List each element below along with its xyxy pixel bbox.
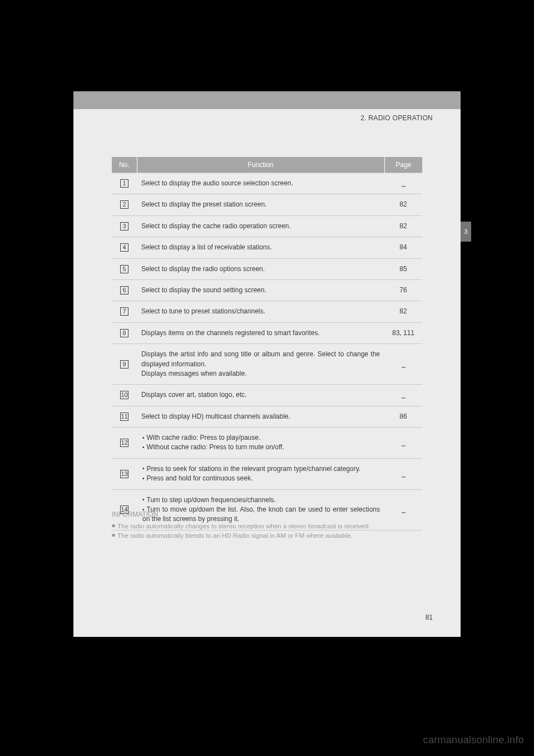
cell-no: 5	[112, 258, 137, 279]
function-text: Displays messages when available.	[141, 369, 380, 379]
table-row: 13Press to seek for stations in the rele…	[112, 458, 422, 489]
list-item: Without cache radio: Press to turn mute …	[142, 443, 380, 452]
list-item: The radio automatically blends to an HD …	[112, 531, 422, 541]
grey-header-band	[73, 91, 461, 109]
cell-function: Select to tune to preset stations/channe…	[137, 301, 384, 322]
boxed-number-icon: 7	[120, 307, 128, 316]
cell-no: 9	[112, 344, 137, 385]
information-box: INFORMATION The radio automatically chan…	[112, 510, 422, 541]
list-item: Turn to step up/down frequencies/channel…	[142, 495, 380, 505]
cell-function: Select to display HD) multicast channels…	[137, 406, 384, 427]
cell-page: 84	[384, 237, 422, 258]
bullet-list: With cache radio: Press to play/pause.Wi…	[141, 433, 380, 453]
boxed-number-icon: 9	[120, 360, 128, 369]
cell-page: 83, 111	[384, 322, 422, 343]
cell-page: ⎯	[384, 344, 422, 385]
cell-function: Select to display the preset station scr…	[137, 194, 384, 215]
cell-page: 82	[384, 215, 422, 237]
information-list: The radio automatically changes to stere…	[112, 522, 422, 540]
boxed-number-icon: 5	[120, 265, 128, 273]
manual-page: 2. RADIO OPERATION 3 AUDIO/VISUAL SYSTEM…	[73, 91, 461, 637]
cell-function: Displays items on the channels registere…	[137, 322, 384, 343]
information-title: INFORMATION	[112, 510, 422, 519]
cell-page: 82	[384, 301, 422, 322]
boxed-number-icon: 6	[120, 286, 128, 294]
cell-no: 11	[112, 406, 137, 427]
table-row: 9Displays the artist info and song title…	[112, 344, 422, 385]
cell-no: 8	[112, 322, 137, 343]
table-row: 4Select to display a list of receivable …	[112, 237, 422, 258]
list-item: Press to seek for stations in the releva…	[142, 464, 380, 474]
boxed-number-icon: 2	[120, 200, 128, 209]
cell-page: ⎯	[384, 458, 422, 489]
table-row: 6Select to display the sound setting scr…	[112, 279, 422, 301]
cell-page: ⎯	[384, 428, 422, 459]
cell-no: 7	[112, 301, 137, 322]
cell-no: 1	[112, 173, 137, 194]
watermark: carmanualsonline.info	[423, 734, 524, 746]
table-row: 11Select to display HD) multicast channe…	[112, 406, 422, 427]
cell-function: Select to display the audio source selec…	[137, 173, 384, 194]
chapter-tab: 3	[461, 222, 471, 242]
cell-function: Press to seek for stations in the releva…	[137, 458, 384, 489]
cell-function: Displays the artist info and song title …	[137, 344, 384, 385]
boxed-number-icon: 1	[120, 179, 128, 188]
cell-no: 6	[112, 279, 137, 301]
boxed-number-icon: 11	[120, 413, 128, 421]
cell-function: Select to display the sound setting scre…	[137, 279, 384, 301]
cell-page: 76	[384, 279, 422, 301]
cell-function: Select to display the radio options scre…	[137, 258, 384, 279]
section-title: 2. RADIO OPERATION	[360, 114, 433, 122]
col-header-no: No.	[112, 157, 137, 173]
list-item: The radio automatically changes to stere…	[112, 522, 422, 531]
col-header-function: Function	[137, 157, 384, 173]
cell-page: ⎯	[384, 385, 422, 406]
function-table: No. Function Page 1Select to display the…	[112, 157, 422, 531]
cell-page: 86	[384, 406, 422, 427]
cell-no: 2	[112, 194, 137, 215]
cell-no: 10	[112, 385, 137, 406]
list-item: With cache radio: Press to play/pause.	[142, 433, 380, 443]
cell-no: 3	[112, 215, 137, 237]
boxed-number-icon: 4	[120, 243, 128, 252]
light-band: 2. RADIO OPERATION	[73, 109, 461, 144]
table-row: 3Select to display the cache radio opera…	[112, 215, 422, 237]
bullet-list: Press to seek for stations in the releva…	[141, 464, 380, 484]
boxed-number-icon: 8	[120, 329, 128, 337]
table-row: 12With cache radio: Press to play/pause.…	[112, 428, 422, 459]
table-row: 2Select to display the preset station sc…	[112, 194, 422, 215]
boxed-number-icon: 12	[120, 439, 128, 447]
cell-no: 4	[112, 237, 137, 258]
cell-function: Displays cover art, station logo, etc.	[137, 385, 384, 406]
cell-page: 82	[384, 194, 422, 215]
cell-function: Select to display the cache radio operat…	[137, 215, 384, 237]
cell-function: With cache radio: Press to play/pause.Wi…	[137, 428, 384, 459]
cell-function: Select to display a list of receivable s…	[137, 237, 384, 258]
table-row: 8Displays items on the channels register…	[112, 322, 422, 343]
function-text: Displays the artist info and song title …	[141, 350, 380, 369]
cell-no: 12	[112, 428, 137, 459]
chapter-tab-number: 3	[464, 228, 467, 235]
boxed-number-icon: 10	[120, 391, 128, 399]
cell-page: 85	[384, 258, 422, 279]
list-item: Press and hold for continuous seek.	[142, 474, 380, 483]
boxed-number-icon: 13	[120, 470, 128, 478]
cell-no: 13	[112, 458, 137, 489]
table-row: 1Select to display the audio source sele…	[112, 173, 422, 194]
cell-page: ⎯	[384, 173, 422, 194]
table-row: 5Select to display the radio options scr…	[112, 258, 422, 279]
col-header-page: Page	[384, 157, 422, 173]
page-number: 81	[426, 613, 433, 621]
table-row: 7Select to tune to preset stations/chann…	[112, 301, 422, 322]
boxed-number-icon: 3	[120, 222, 128, 230]
table-row: 10Displays cover art, station logo, etc.…	[112, 385, 422, 406]
